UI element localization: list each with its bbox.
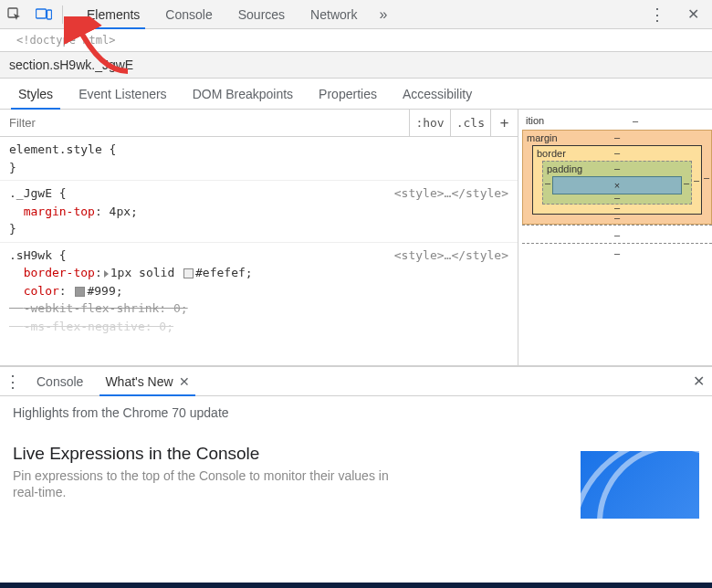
devtools-toolbar: Elements Console Sources Network » ⋮ ✕ <box>0 0 712 29</box>
devtools-menu-icon[interactable]: ⋮ <box>640 5 675 25</box>
color-swatch[interactable] <box>183 268 194 278</box>
main-panel-tabs: Elements Console Sources Network <box>74 0 370 28</box>
box-margin[interactable]: margin – – – border – – – padding – – – … <box>522 130 712 225</box>
tab-network[interactable]: Network <box>298 0 370 28</box>
drawer-tab-console[interactable]: Console <box>26 367 94 395</box>
styles-filter-bar: :hov .cls + <box>0 110 518 137</box>
rule-jgwe[interactable]: <style>…</style> ._JgwE { margin-top: 4p… <box>0 181 518 243</box>
box-border[interactable]: border – – – padding – – – – × <box>532 145 702 215</box>
svg-rect-1 <box>37 9 47 18</box>
subtab-styles[interactable]: Styles <box>5 79 66 109</box>
sidebar-panel-tabs: Styles Event Listeners DOM Breakpoints P… <box>0 79 712 110</box>
drawer-menu-icon[interactable]: ⋮ <box>0 367 26 395</box>
cls-toggle[interactable]: .cls <box>450 110 490 136</box>
taskbar-sliver <box>0 583 712 588</box>
rule-source-link[interactable]: <style>…</style> <box>394 247 508 265</box>
drawer-tabs: ⋮ Console What's New ✕ ✕ <box>0 367 712 396</box>
subtab-event-listeners[interactable]: Event Listeners <box>66 79 180 109</box>
more-tabs-icon[interactable]: » <box>370 6 396 23</box>
drawer-close-icon[interactable]: ✕ <box>685 367 712 395</box>
drawer-body: Highlights from the Chrome 70 update Liv… <box>0 396 712 517</box>
hov-toggle[interactable]: :hov <box>409 110 449 136</box>
toolbar-separator <box>62 5 63 24</box>
drawer: ⋮ Console What's New ✕ ✕ Highlights from… <box>0 365 712 517</box>
inspect-icon[interactable] <box>0 0 29 29</box>
computed-box-model: ition – margin – – – border – – – paddin… <box>518 110 712 365</box>
styles-panel: :hov .cls + element.style { } <style>…</… <box>0 110 712 365</box>
drawer-tab-label: What's New <box>105 374 173 389</box>
rule-element-style[interactable]: element.style { } <box>0 137 518 181</box>
card-description: Pin expressions to the top of the Consol… <box>13 467 414 500</box>
box-below-row: – <box>522 243 712 261</box>
rule-source-link[interactable]: <style>…</style> <box>394 184 508 203</box>
devtools-close-icon[interactable]: ✕ <box>678 5 708 23</box>
tab-elements[interactable]: Elements <box>74 0 152 28</box>
subtab-accessibility[interactable]: Accessibility <box>390 79 485 109</box>
box-padding[interactable]: padding – – – – × <box>542 161 692 205</box>
styles-filter-input[interactable] <box>0 110 409 136</box>
box-below-row: – <box>522 225 712 243</box>
position-label: ition <box>526 115 544 126</box>
dom-tree-line[interactable]: <!doctype html> <box>0 29 712 51</box>
new-style-rule-button[interactable]: + <box>490 110 518 136</box>
tab-console[interactable]: Console <box>152 0 225 28</box>
subtab-dom-breakpoints[interactable]: DOM Breakpoints <box>180 79 306 109</box>
styles-rules: :hov .cls + element.style { } <style>…</… <box>0 110 518 365</box>
close-icon[interactable]: ✕ <box>179 374 190 389</box>
svg-rect-2 <box>47 10 52 19</box>
whats-new-subtitle: Highlights from the Chrome 70 update <box>13 405 699 420</box>
tab-sources[interactable]: Sources <box>225 0 298 28</box>
device-toolbar-icon[interactable] <box>29 0 58 29</box>
card-artwork <box>581 451 699 519</box>
expand-icon[interactable] <box>104 270 109 278</box>
drawer-tab-whats-new[interactable]: What's New ✕ <box>94 367 200 395</box>
subtab-properties[interactable]: Properties <box>306 79 390 109</box>
dom-breadcrumb[interactable]: section.sH9wk._JgwE <box>0 51 712 79</box>
rule-sh9wk[interactable]: <style>…</style> .sH9wk { border-top:1px… <box>0 243 518 340</box>
whats-new-card[interactable]: Live Expressions in the Console Pin expr… <box>13 436 699 508</box>
color-swatch[interactable] <box>75 287 85 297</box>
